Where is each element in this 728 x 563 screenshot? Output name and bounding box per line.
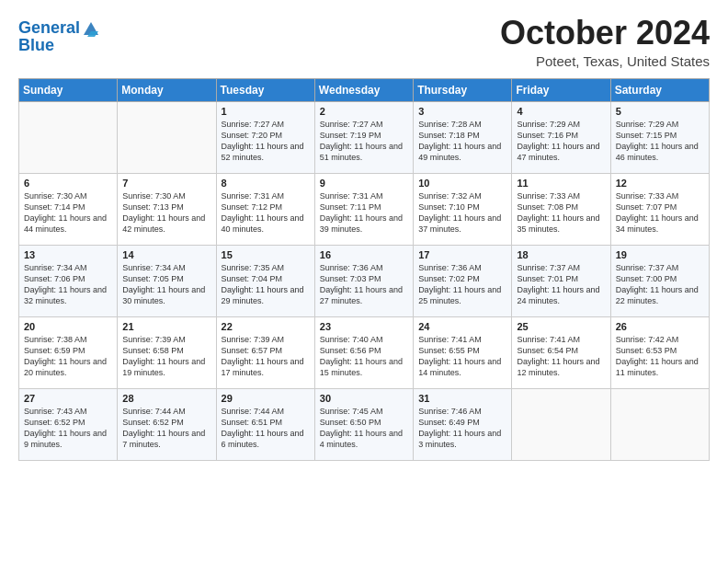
- day-number: 21: [122, 321, 210, 332]
- day-info: Sunrise: 7:29 AMSunset: 7:15 PMDaylight:…: [616, 119, 704, 164]
- location: Poteet, Texas, United States: [500, 53, 710, 69]
- day-number: 2: [320, 106, 408, 117]
- calendar-cell: [19, 101, 118, 173]
- day-number: 11: [517, 178, 605, 189]
- day-info: Sunrise: 7:38 AMSunset: 6:59 PMDaylight:…: [24, 334, 112, 379]
- page: General Blue October 2024 Poteet, Texas,…: [0, 0, 728, 563]
- calendar-cell: 26Sunrise: 7:42 AMSunset: 6:53 PMDayligh…: [610, 316, 709, 388]
- day-header-monday: Monday: [118, 78, 216, 101]
- calendar-cell: 5Sunrise: 7:29 AMSunset: 7:15 PMDaylight…: [610, 101, 709, 173]
- calendar-cell: 28Sunrise: 7:44 AMSunset: 6:52 PMDayligh…: [118, 388, 216, 460]
- header: General Blue October 2024 Poteet, Texas,…: [18, 15, 710, 69]
- day-number: 20: [24, 321, 112, 332]
- day-info: Sunrise: 7:30 AMSunset: 7:13 PMDaylight:…: [122, 190, 210, 236]
- calendar-cell: 16Sunrise: 7:36 AMSunset: 7:03 PMDayligh…: [314, 245, 413, 316]
- day-number: 23: [320, 321, 408, 332]
- calendar-cell: 29Sunrise: 7:44 AMSunset: 6:51 PMDayligh…: [216, 388, 314, 460]
- calendar-cell: 20Sunrise: 7:38 AMSunset: 6:59 PMDayligh…: [19, 316, 118, 388]
- day-number: 9: [320, 178, 408, 189]
- calendar-cell: 21Sunrise: 7:39 AMSunset: 6:58 PMDayligh…: [118, 316, 216, 388]
- logo-text-line2: Blue: [18, 37, 100, 55]
- calendar-cell: 24Sunrise: 7:41 AMSunset: 6:55 PMDayligh…: [414, 316, 512, 388]
- day-info: Sunrise: 7:33 AMSunset: 7:08 PMDaylight:…: [517, 190, 605, 236]
- day-header-thursday: Thursday: [414, 78, 512, 101]
- calendar-cell: 12Sunrise: 7:33 AMSunset: 7:07 PMDayligh…: [610, 173, 709, 245]
- calendar-cell: 23Sunrise: 7:40 AMSunset: 6:56 PMDayligh…: [314, 316, 413, 388]
- calendar-week-row: 20Sunrise: 7:38 AMSunset: 6:59 PMDayligh…: [19, 316, 710, 388]
- calendar-week-row: 6Sunrise: 7:30 AMSunset: 7:14 PMDaylight…: [19, 173, 710, 245]
- day-number: 1: [222, 106, 310, 117]
- day-number: 27: [24, 393, 112, 404]
- day-number: 19: [616, 249, 704, 260]
- calendar-cell: 15Sunrise: 7:35 AMSunset: 7:04 PMDayligh…: [216, 245, 314, 316]
- day-info: Sunrise: 7:36 AMSunset: 7:02 PMDaylight:…: [418, 262, 506, 307]
- day-number: 4: [517, 106, 605, 117]
- calendar-cell: [610, 388, 709, 460]
- day-info: Sunrise: 7:28 AMSunset: 7:18 PMDaylight:…: [418, 119, 506, 164]
- day-info: Sunrise: 7:44 AMSunset: 6:52 PMDaylight:…: [122, 406, 210, 451]
- day-number: 24: [418, 321, 506, 332]
- day-info: Sunrise: 7:31 AMSunset: 7:11 PMDaylight:…: [320, 190, 408, 236]
- day-number: 6: [24, 178, 112, 189]
- day-info: Sunrise: 7:44 AMSunset: 6:51 PMDaylight:…: [222, 406, 310, 451]
- calendar-cell: 6Sunrise: 7:30 AMSunset: 7:14 PMDaylight…: [19, 173, 118, 245]
- day-info: Sunrise: 7:43 AMSunset: 6:52 PMDaylight:…: [24, 406, 112, 451]
- day-number: 13: [24, 249, 112, 260]
- day-info: Sunrise: 7:40 AMSunset: 6:56 PMDaylight:…: [320, 334, 408, 379]
- day-number: 7: [122, 178, 210, 189]
- day-number: 16: [320, 249, 408, 260]
- day-info: Sunrise: 7:27 AMSunset: 7:20 PMDaylight:…: [222, 119, 310, 164]
- day-number: 5: [616, 106, 704, 117]
- day-info: Sunrise: 7:27 AMSunset: 7:19 PMDaylight:…: [320, 119, 408, 164]
- day-info: Sunrise: 7:36 AMSunset: 7:03 PMDaylight:…: [320, 262, 408, 307]
- calendar-header-row: SundayMondayTuesdayWednesdayThursdayFrid…: [19, 78, 710, 101]
- title-block: October 2024 Poteet, Texas, United State…: [500, 15, 710, 69]
- calendar-cell: 30Sunrise: 7:45 AMSunset: 6:50 PMDayligh…: [314, 388, 413, 460]
- calendar-cell: 9Sunrise: 7:31 AMSunset: 7:11 PMDaylight…: [314, 173, 413, 245]
- logo-text-line1: General: [18, 19, 80, 38]
- day-number: 12: [616, 178, 704, 189]
- calendar-cell: 14Sunrise: 7:34 AMSunset: 7:05 PMDayligh…: [118, 245, 216, 316]
- day-info: Sunrise: 7:35 AMSunset: 7:04 PMDaylight:…: [222, 262, 310, 307]
- day-info: Sunrise: 7:41 AMSunset: 6:55 PMDaylight:…: [418, 334, 506, 379]
- calendar-cell: 2Sunrise: 7:27 AMSunset: 7:19 PMDaylight…: [314, 101, 413, 173]
- calendar-week-row: 27Sunrise: 7:43 AMSunset: 6:52 PMDayligh…: [19, 388, 710, 460]
- day-info: Sunrise: 7:34 AMSunset: 7:06 PMDaylight:…: [24, 262, 112, 307]
- day-number: 29: [222, 393, 310, 404]
- calendar-cell: 3Sunrise: 7:28 AMSunset: 7:18 PMDaylight…: [414, 101, 512, 173]
- day-number: 10: [418, 178, 506, 189]
- calendar-cell: 1Sunrise: 7:27 AMSunset: 7:20 PMDaylight…: [216, 101, 314, 173]
- day-info: Sunrise: 7:37 AMSunset: 7:00 PMDaylight:…: [616, 262, 704, 307]
- calendar-week-row: 1Sunrise: 7:27 AMSunset: 7:20 PMDaylight…: [19, 101, 710, 173]
- calendar-cell: 25Sunrise: 7:41 AMSunset: 6:54 PMDayligh…: [512, 316, 610, 388]
- day-header-sunday: Sunday: [19, 78, 118, 101]
- calendar-cell: 8Sunrise: 7:31 AMSunset: 7:12 PMDaylight…: [216, 173, 314, 245]
- day-number: 26: [616, 321, 704, 332]
- day-info: Sunrise: 7:31 AMSunset: 7:12 PMDaylight:…: [222, 190, 310, 236]
- day-info: Sunrise: 7:32 AMSunset: 7:10 PMDaylight:…: [418, 190, 506, 236]
- day-number: 15: [222, 249, 310, 260]
- day-number: 8: [222, 178, 310, 189]
- day-info: Sunrise: 7:34 AMSunset: 7:05 PMDaylight:…: [122, 262, 210, 307]
- day-info: Sunrise: 7:39 AMSunset: 6:57 PMDaylight:…: [222, 334, 310, 379]
- calendar-week-row: 13Sunrise: 7:34 AMSunset: 7:06 PMDayligh…: [19, 245, 710, 316]
- day-info: Sunrise: 7:42 AMSunset: 6:53 PMDaylight:…: [616, 334, 704, 379]
- day-info: Sunrise: 7:41 AMSunset: 6:54 PMDaylight:…: [517, 334, 605, 379]
- day-number: 3: [418, 106, 506, 117]
- calendar-cell: 13Sunrise: 7:34 AMSunset: 7:06 PMDayligh…: [19, 245, 118, 316]
- calendar-cell: 27Sunrise: 7:43 AMSunset: 6:52 PMDayligh…: [19, 388, 118, 460]
- day-header-tuesday: Tuesday: [216, 78, 314, 101]
- day-number: 30: [320, 393, 408, 404]
- day-info: Sunrise: 7:37 AMSunset: 7:01 PMDaylight:…: [517, 262, 605, 307]
- calendar-cell: 22Sunrise: 7:39 AMSunset: 6:57 PMDayligh…: [216, 316, 314, 388]
- calendar-cell: 17Sunrise: 7:36 AMSunset: 7:02 PMDayligh…: [414, 245, 512, 316]
- calendar-cell: [512, 388, 610, 460]
- day-header-friday: Friday: [512, 78, 610, 101]
- calendar-cell: 11Sunrise: 7:33 AMSunset: 7:08 PMDayligh…: [512, 173, 610, 245]
- calendar-cell: 31Sunrise: 7:46 AMSunset: 6:49 PMDayligh…: [414, 388, 512, 460]
- calendar-table: SundayMondayTuesdayWednesdayThursdayFrid…: [18, 78, 710, 461]
- calendar-cell: 4Sunrise: 7:29 AMSunset: 7:16 PMDaylight…: [512, 101, 610, 173]
- logo-icon: [82, 18, 100, 39]
- day-number: 14: [122, 249, 210, 260]
- day-info: Sunrise: 7:45 AMSunset: 6:50 PMDaylight:…: [320, 406, 408, 451]
